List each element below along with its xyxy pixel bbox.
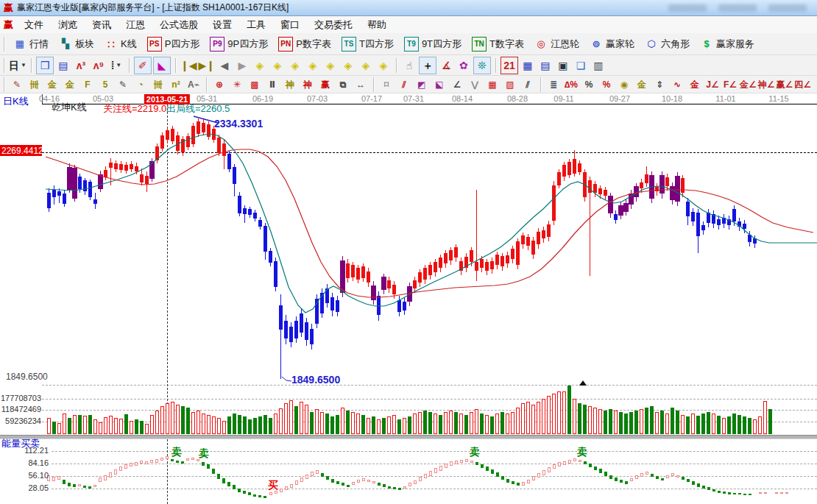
gann-tool-icon[interactable]: ✐ [134,57,152,74]
width-icon[interactable]: ↔ [353,77,369,91]
diamond-4-icon[interactable]: ◈ [305,57,321,74]
t-number-table-button[interactable]: TNT数字表 [470,35,526,53]
box-diag-icon[interactable]: ⬕ [431,77,448,91]
pen2-icon[interactable]: ✎ [115,77,131,91]
calendar-icon[interactable]: 21 [501,57,518,74]
n2-grid-icon[interactable]: n² [168,77,184,91]
notes-icon[interactable]: ▤ [537,57,553,74]
ying-red-icon[interactable]: 赢 [317,77,333,91]
fan-icon[interactable]: ⫽ [396,77,412,91]
zigzag-icon[interactable]: ⋁ [467,77,483,91]
star-grid-icon[interactable]: ✳ [229,77,245,91]
gold-grid-icon[interactable]: 金 [44,77,60,91]
a-line-icon[interactable]: A⌁ [185,77,202,91]
chart-area[interactable]: 04-1605-032013-05-2105-3106-1907-0307-17… [0,93,817,504]
winner-wheel-button[interactable]: ⊚赢家轮 [587,35,637,53]
menu-item-窗口[interactable]: 窗口 [273,19,307,30]
save-icon[interactable]: ▣ [555,57,571,74]
fan-box-icon[interactable]: ◩ [414,77,430,91]
9t-square-button[interactable]: T99T四方形 [402,35,464,53]
diamond-6-icon[interactable]: ◈ [340,57,356,74]
diamond-3-icon[interactable]: ◈ [287,57,303,74]
menu-item-公式选股[interactable]: 公式选股 [152,19,205,30]
diamond-5-icon[interactable]: ◈ [322,57,339,74]
circle-grid-icon[interactable]: ◔ [132,77,149,91]
wave-3-icon[interactable]: ʌ³ [73,57,89,74]
web-grid-icon[interactable]: ▩ [247,77,263,91]
grid-box-icon[interactable]: ▦ [484,77,501,91]
k-line-button[interactable]: ⸬K线 [102,35,139,53]
menu-item-工具[interactable]: 工具 [239,19,273,30]
menu-item-浏览[interactable]: 浏览 [51,19,85,30]
ruler-icon[interactable]: ⧉ [335,77,351,91]
k2-icon[interactable]: Ⅱ [264,77,280,91]
p-number-table-button[interactable]: PNP数字表 [276,35,333,53]
gold-under-icon[interactable]: 金 [687,77,703,91]
menu-item-文件[interactable]: 文件 [17,19,51,30]
f-grid-icon[interactable]: F [79,77,96,91]
crosshair-icon[interactable]: ＋ [419,57,436,74]
market-quotes-button[interactable]: ▦行情 [11,35,51,53]
bars-icon[interactable]: ≣ [545,77,562,91]
menu-item-帮助[interactable]: 帮助 [360,19,394,30]
period-day-selector[interactable]: 日▼ [9,57,26,74]
winner-service-button[interactable]: $赢家服务 [698,35,757,53]
sector-blocks-button[interactable]: ▚板块 [57,35,96,53]
shen-grid-icon[interactable]: 神 [282,77,298,91]
grid-hash-icon[interactable]: 卌 [26,77,43,91]
wave-9-icon[interactable]: ʌ⁹ [91,57,107,74]
volume-profile-icon[interactable]: ◣ [153,57,171,74]
gold-lines-icon[interactable]: 金 [634,77,650,91]
target-icon[interactable]: ⊕ [211,77,227,91]
last-page-icon[interactable]: ▶❙ [198,57,215,74]
quote-info-icon[interactable]: ▤ [55,57,71,74]
draw-pen-icon[interactable]: ✎ [9,77,25,91]
menu-item-江恩[interactable]: 江恩 [119,19,152,30]
j-angle-icon[interactable]: J∠ [704,77,721,91]
gann-wheel-button[interactable]: ◎江恩轮 [532,35,581,53]
wave-a-icon[interactable]: ∿ [669,77,685,91]
export-image-icon[interactable]: ❏ [573,57,589,74]
hand-icon[interactable]: ☝ [401,57,417,74]
diamond-2-icon[interactable]: ◈ [269,57,286,74]
diamond-7-icon[interactable]: ◈ [358,57,374,74]
t-square-button[interactable]: TST四方形 [339,35,396,53]
shen-red-icon[interactable]: 神 [300,77,316,91]
prev-icon[interactable]: ◀ [216,57,233,74]
percent-lines-icon[interactable]: % [598,77,615,91]
shen-angle-icon[interactable]: 神∠ [758,77,775,91]
si-angle-icon[interactable]: 四∠ [794,77,811,91]
pattern-icon[interactable]: ❊ [473,57,491,74]
box-tool-icon[interactable]: ⌑ [378,77,395,91]
p-square-button[interactable]: PSP四方形 [145,35,202,53]
ying-angle-icon[interactable]: 赢∠ [777,77,793,91]
calculator-icon[interactable]: ▦ [520,57,536,74]
menu-item-资讯[interactable]: 资讯 [85,19,119,30]
9p-square-button[interactable]: P99P四方形 [208,35,270,53]
five-grid-icon[interactable]: 5 [97,77,113,91]
gold-angle-icon[interactable]: 金∠ [740,77,757,91]
first-page-icon[interactable]: ❙◀ [180,57,197,74]
menu-item-设置[interactable]: 设置 [205,19,239,30]
panel-separator[interactable] [0,435,817,439]
menu-item-交易委托[interactable]: 交易委托 [307,19,360,30]
gold-grid2-icon[interactable]: 金 [62,77,78,91]
window-layout-icon[interactable]: ❒ [36,57,54,74]
f-angle-icon[interactable]: F∠ [722,77,738,91]
diamond-1-icon[interactable]: ◈ [252,57,268,74]
percent-tri-icon[interactable]: ∆% [563,77,579,91]
candle-style-icon[interactable]: ⁞▼ [108,57,124,74]
hexagon-button[interactable]: ⬡六角形 [643,35,692,53]
angle-lines-icon[interactable]: ∠ [449,77,465,91]
angle-measure-icon[interactable]: ∡ [438,57,454,74]
hash2-icon[interactable]: 卌 [150,77,166,91]
next-icon[interactable]: ▶ [234,57,250,74]
percent-icon[interactable]: % [581,77,597,91]
grid-box2-icon[interactable]: ▧ [502,77,518,91]
diamond-8-icon[interactable]: ◈ [375,57,392,74]
gann-flower-icon[interactable]: ✿ [456,57,472,74]
pen-v-icon[interactable]: ⇕ [651,77,668,91]
gold-circle-icon[interactable]: ◉ [616,77,632,91]
parallel-icon[interactable]: ⫽ [520,77,536,91]
print-icon[interactable]: ▥ [590,57,606,74]
